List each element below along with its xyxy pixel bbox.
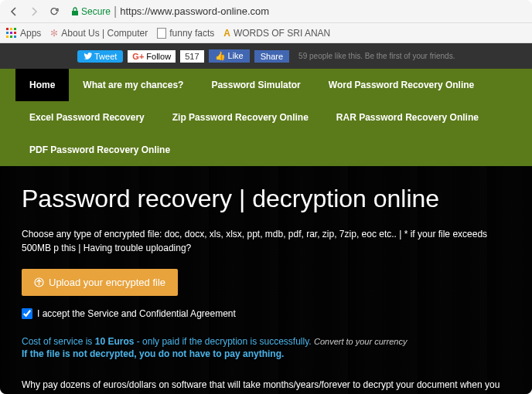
url-text: https://www.password-online.com bbox=[120, 5, 269, 17]
like-label: Like bbox=[228, 51, 244, 60]
page-title: Password recovery | decryption online bbox=[22, 185, 510, 213]
nav-simulator[interactable]: Password Simulator bbox=[197, 69, 314, 101]
nav-rar[interactable]: RAR Password Recovery Online bbox=[322, 101, 493, 134]
bookmark-label: funny facts bbox=[169, 28, 214, 39]
upload-button[interactable]: Upload your encrypted file bbox=[22, 269, 178, 296]
nav-zip[interactable]: Zip Password Recovery Online bbox=[159, 101, 322, 134]
main-nav: Home What are my chances? Password Simul… bbox=[0, 69, 532, 166]
social-bar: Tweet G+ Follow 517 👍 Like Share 59 peop… bbox=[0, 43, 532, 69]
twitter-icon bbox=[84, 53, 92, 59]
browser-toolbar: Secure | https://www.password-online.com bbox=[0, 0, 532, 23]
upload-label: Upload your encrypted file bbox=[49, 277, 165, 288]
cost-info: Cost of service is 10 Euros - only paid … bbox=[22, 336, 510, 347]
apps-button[interactable]: Apps bbox=[6, 28, 41, 39]
lock-icon bbox=[71, 7, 79, 16]
bookmark-item[interactable]: ✻ About Us | Computer bbox=[50, 28, 148, 39]
hero-section: Password recovery | decryption online Ch… bbox=[0, 166, 532, 394]
fb-share-button[interactable]: Share bbox=[254, 50, 289, 63]
gplus-icon: G+ bbox=[132, 52, 144, 61]
tweet-label: Tweet bbox=[94, 52, 117, 61]
follower-count: 517 bbox=[180, 50, 203, 63]
nav-pdf[interactable]: PDF Password Recovery Online bbox=[15, 134, 184, 166]
upload-icon bbox=[34, 277, 44, 287]
agreement-checkbox[interactable] bbox=[22, 308, 32, 319]
apps-icon bbox=[6, 28, 17, 39]
cost-guarantee: If the file is not decrypted, you do not… bbox=[22, 348, 510, 359]
bookmarks-bar: Apps ✻ About Us | Computer funny facts A… bbox=[0, 23, 532, 43]
reload-button[interactable] bbox=[46, 4, 62, 19]
svg-rect-0 bbox=[72, 11, 78, 15]
nav-excel[interactable]: Excel Password Recovery bbox=[15, 101, 159, 134]
tweet-button[interactable]: Tweet bbox=[77, 50, 123, 63]
secure-badge: Secure bbox=[71, 6, 111, 17]
agreement-label: I accept the Service and Confidential Ag… bbox=[37, 308, 236, 319]
address-bar[interactable]: Secure | https://www.password-online.com bbox=[66, 3, 526, 20]
follow-label: Follow bbox=[146, 52, 171, 61]
forward-button[interactable] bbox=[26, 4, 42, 19]
social-caption: 59 people like this. Be the first of you… bbox=[298, 52, 455, 60]
apps-label: Apps bbox=[20, 28, 41, 39]
nav-home[interactable]: Home bbox=[15, 69, 69, 101]
nav-chances[interactable]: What are my chances? bbox=[69, 69, 197, 101]
thumbsup-icon: 👍 bbox=[215, 51, 226, 60]
fb-like-button[interactable]: 👍 Like bbox=[209, 49, 250, 63]
gplus-follow-button[interactable]: G+ Follow bbox=[128, 50, 176, 63]
hero-subtitle: Choose any type of encrypted file: doc, … bbox=[22, 227, 510, 255]
bookmark-label: About Us | Computer bbox=[61, 28, 148, 39]
bookmark-label: WORDS OF SRI ANAN bbox=[234, 28, 330, 39]
back-button[interactable] bbox=[6, 4, 22, 19]
bookmark-item[interactable]: funny facts bbox=[157, 28, 214, 39]
secure-label: Secure bbox=[81, 6, 111, 17]
agreement-row: I accept the Service and Confidential Ag… bbox=[22, 308, 510, 319]
convert-currency-link[interactable]: Convert to your currency bbox=[314, 337, 407, 346]
nav-word[interactable]: Word Password Recovery Online bbox=[315, 69, 489, 101]
pitch-text: Why pay dozens of euros/dollars on softw… bbox=[22, 378, 510, 394]
document-icon bbox=[157, 28, 166, 39]
bookmark-item[interactable]: A WORDS OF SRI ANAN bbox=[223, 28, 330, 39]
